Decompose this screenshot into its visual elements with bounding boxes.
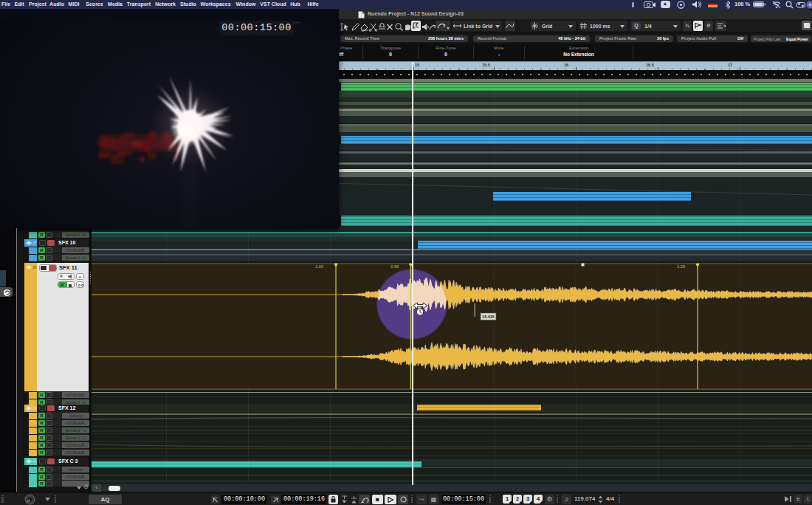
svg-text:1.00: 1.00 xyxy=(315,264,323,269)
svg-text:0.98: 0.98 xyxy=(390,264,399,269)
svg-text:15.415: 15.415 xyxy=(482,315,495,319)
svg-text:1.29: 1.29 xyxy=(677,264,685,269)
